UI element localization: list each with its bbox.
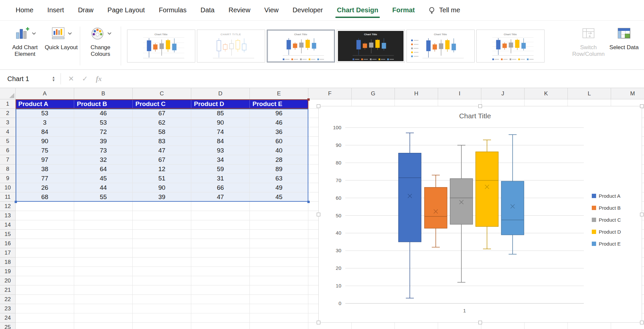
tab-page-layout[interactable]: Page Layout — [100, 0, 152, 21]
row-header-4[interactable]: 4 — [0, 127, 16, 137]
grid-cell-D4[interactable]: 74 — [191, 127, 250, 137]
column-header-G[interactable]: G — [352, 88, 395, 99]
row-header-20[interactable]: 20 — [0, 276, 16, 285]
tab-insert[interactable]: Insert — [40, 0, 71, 21]
chart-style-thumbnail-4[interactable]: Chart Title — [337, 30, 405, 62]
grid-cell-A22[interactable] — [16, 295, 74, 304]
grid-cell-C18[interactable] — [133, 258, 191, 267]
box-series-product-a[interactable] — [399, 133, 421, 298]
row-header-3[interactable]: 3 — [0, 118, 16, 127]
range-fill-handle[interactable] — [15, 201, 17, 203]
grid-cell-D22[interactable] — [191, 295, 250, 304]
grid-cell-C2[interactable]: 67 — [133, 109, 191, 118]
grid-cell-E2[interactable]: 96 — [250, 109, 308, 118]
legend-item-product-a[interactable]: Product A — [592, 193, 620, 199]
grid-cell-C19[interactable] — [133, 267, 191, 276]
grid-cell-E24[interactable] — [250, 313, 308, 323]
select-all-corner[interactable] — [0, 88, 16, 99]
grid-cell-D14[interactable] — [191, 220, 250, 230]
grid-cell-A16[interactable] — [16, 239, 74, 248]
column-header-J[interactable]: J — [481, 88, 525, 99]
chart-resize-handle[interactable] — [317, 321, 320, 324]
grid-cell-D24[interactable] — [191, 313, 250, 323]
column-header-I[interactable]: I — [438, 88, 481, 99]
chart-resize-handle[interactable] — [478, 321, 482, 324]
chart-title[interactable]: Chart Title — [459, 112, 491, 120]
grid-cell-B9[interactable]: 45 — [74, 174, 133, 183]
range-fill-handle[interactable] — [307, 98, 310, 101]
grid-cell-A23[interactable] — [16, 304, 74, 313]
grid-cell-C7[interactable]: 67 — [133, 155, 191, 164]
grid-cell-A1[interactable]: Product A — [16, 99, 74, 109]
grid-cell-A19[interactable] — [16, 267, 74, 276]
column-header-H[interactable]: H — [395, 88, 438, 99]
row-header-10[interactable]: 10 — [0, 183, 16, 192]
name-box-stepper[interactable]: ▲▼ — [52, 76, 55, 82]
column-header-M[interactable]: M — [611, 88, 644, 99]
grid-cell-B7[interactable]: 32 — [74, 155, 133, 164]
grid-cell-A5[interactable]: 90 — [16, 137, 74, 146]
grid-cell-B16[interactable] — [74, 239, 133, 248]
grid-cell-C16[interactable] — [133, 239, 191, 248]
tab-chart-design[interactable]: Chart Design — [330, 0, 385, 21]
range-fill-handle[interactable] — [307, 201, 310, 203]
grid-cell-A11[interactable]: 68 — [16, 192, 74, 202]
grid-cell-D6[interactable]: 93 — [191, 146, 250, 155]
grid-cell-K25[interactable] — [525, 323, 568, 329]
change-colours-button[interactable]: Change Colours — [82, 23, 119, 69]
box-series-product-b[interactable] — [424, 175, 447, 247]
row-header-16[interactable]: 16 — [0, 239, 16, 248]
row-header-19[interactable]: 19 — [0, 267, 16, 276]
row-header-15[interactable]: 15 — [0, 230, 16, 239]
grid-cell-B4[interactable]: 72 — [74, 127, 133, 137]
grid-cell-C20[interactable] — [133, 276, 191, 285]
row-header-23[interactable]: 23 — [0, 304, 16, 313]
grid-cell-C10[interactable]: 90 — [133, 183, 191, 192]
legend-item-product-e[interactable]: Product E — [592, 241, 621, 247]
grid-cell-C6[interactable]: 47 — [133, 146, 191, 155]
chart-resize-handle[interactable] — [640, 213, 644, 216]
grid-cell-E12[interactable] — [250, 202, 308, 211]
tab-review[interactable]: Review — [222, 0, 257, 21]
grid-cell-C23[interactable] — [133, 304, 191, 313]
grid-cell-A20[interactable] — [16, 276, 74, 285]
grid-cell-E22[interactable] — [250, 295, 308, 304]
add-chart-element-button[interactable]: Add Chart Element — [5, 23, 45, 69]
grid-cell-C9[interactable]: 51 — [133, 174, 191, 183]
grid-cell-C13[interactable] — [133, 211, 191, 220]
grid-cell-B19[interactable] — [74, 267, 133, 276]
grid-cell-B25[interactable] — [74, 323, 133, 329]
chart-resize-handle[interactable] — [317, 213, 320, 216]
grid-cell-B10[interactable]: 44 — [74, 183, 133, 192]
grid-cell-B5[interactable]: 39 — [74, 137, 133, 146]
grid-cell-J25[interactable] — [481, 323, 525, 329]
column-header-A[interactable]: A — [16, 88, 74, 99]
tab-developer[interactable]: Developer — [286, 0, 330, 21]
grid-cell-D13[interactable] — [191, 211, 250, 220]
legend-item-product-d[interactable]: Product D — [592, 229, 621, 235]
row-header-13[interactable]: 13 — [0, 211, 16, 220]
grid-cell-B13[interactable] — [74, 211, 133, 220]
grid-cell-C17[interactable] — [133, 248, 191, 258]
tab-view[interactable]: View — [257, 0, 286, 21]
grid-cell-D16[interactable] — [191, 239, 250, 248]
grid-cell-E15[interactable] — [250, 230, 308, 239]
tell-me[interactable]: Tell me — [428, 6, 460, 14]
grid-cell-A6[interactable]: 75 — [16, 146, 74, 155]
grid-cell-D11[interactable]: 47 — [191, 192, 250, 202]
grid-cell-L25[interactable] — [568, 323, 611, 329]
chart-style-thumbnail-3[interactable]: Chart Title — [267, 30, 335, 62]
row-header-11[interactable]: 11 — [0, 192, 16, 202]
grid-cell-E14[interactable] — [250, 220, 308, 230]
grid-cell-E19[interactable] — [250, 267, 308, 276]
grid-cell-D7[interactable]: 34 — [191, 155, 250, 164]
row-header-8[interactable]: 8 — [0, 164, 16, 174]
grid-cell-A24[interactable] — [16, 313, 74, 323]
grid-cell-D20[interactable] — [191, 276, 250, 285]
grid-cell-A18[interactable] — [16, 258, 74, 267]
grid-cell-B2[interactable]: 46 — [74, 109, 133, 118]
legend-item-product-b[interactable]: Product B — [592, 205, 621, 211]
grid-cell-D10[interactable]: 66 — [191, 183, 250, 192]
tab-draw[interactable]: Draw — [71, 0, 100, 21]
grid-cell-A4[interactable]: 84 — [16, 127, 74, 137]
